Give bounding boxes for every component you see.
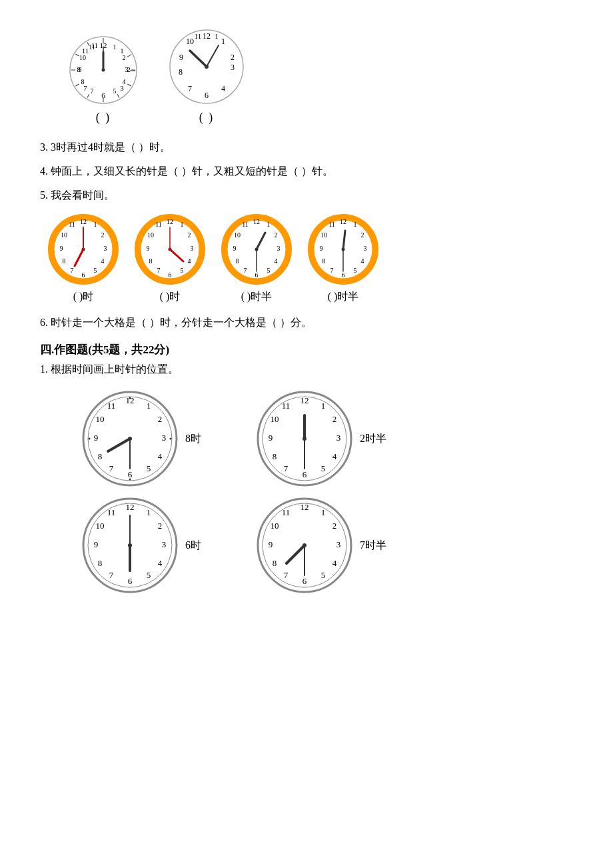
svg-text:1: 1 bbox=[354, 221, 357, 228]
svg-text:4: 4 bbox=[221, 84, 225, 93]
svg-text:11: 11 bbox=[107, 507, 116, 517]
section4-title: 四.作图题(共5题，共22分) bbox=[40, 342, 573, 357]
draw-clock-3-svg: 12 1 2 3 4 5 6 7 8 9 10 11 bbox=[80, 495, 180, 595]
svg-text:2: 2 bbox=[123, 54, 126, 61]
question-5: 5. 我会看时间。 bbox=[40, 185, 573, 206]
svg-text:2: 2 bbox=[275, 231, 278, 239]
svg-text:12: 12 bbox=[126, 395, 135, 405]
svg-text:12: 12 bbox=[203, 31, 211, 41]
svg-text:4: 4 bbox=[188, 257, 191, 265]
svg-text:6: 6 bbox=[303, 469, 307, 479]
svg-text:5: 5 bbox=[321, 570, 326, 580]
svg-text:9: 9 bbox=[60, 245, 63, 252]
svg-text:11: 11 bbox=[328, 221, 335, 228]
svg-text:5: 5 bbox=[354, 267, 357, 274]
svg-text:11: 11 bbox=[69, 221, 75, 228]
draw-clock-3: 12 1 2 3 4 5 6 7 8 9 10 11 6时 bbox=[80, 495, 201, 595]
svg-text:1: 1 bbox=[147, 401, 151, 411]
svg-text:1: 1 bbox=[321, 507, 326, 517]
svg-text:8: 8 bbox=[63, 257, 66, 265]
question-6: 6. 时针走一个大格是（ ）时，分针走一个大格是（ ）分。 bbox=[40, 316, 573, 330]
orange-clock-3-label: ( )时半 bbox=[241, 290, 273, 304]
svg-text:3: 3 bbox=[364, 245, 367, 252]
svg-text:11: 11 bbox=[195, 32, 202, 40]
question-6-section: 6. 时针走一个大格是（ ）时，分针走一个大格是（ ）分。 bbox=[40, 316, 573, 330]
draw-clocks-row1: 12 1 2 3 4 5 6 7 8 9 10 11 bbox=[80, 389, 573, 489]
draw-clock-4-svg: 12 1 2 3 4 5 6 7 8 9 10 11 bbox=[255, 495, 354, 595]
svg-text:2: 2 bbox=[101, 231, 105, 239]
svg-text:6: 6 bbox=[82, 271, 85, 279]
svg-text:1: 1 bbox=[113, 43, 117, 51]
svg-text:12: 12 bbox=[340, 218, 346, 225]
draw-clock-1: 12 1 2 3 4 5 6 7 8 9 10 11 bbox=[80, 389, 201, 489]
top-clock-2: 12 1 2 3 4 6 7 8 9 10 11 1 ( ) bbox=[167, 27, 247, 125]
draw-clock-1-svg: 12 1 2 3 4 5 6 7 8 9 10 11 bbox=[80, 389, 180, 489]
svg-text:6: 6 bbox=[342, 271, 345, 279]
svg-text:10: 10 bbox=[96, 414, 105, 424]
orange-clock-1-label: ( )时 bbox=[73, 290, 94, 304]
orange-clock-1: 12 1 2 3 4 5 6 7 8 9 10 11 ( )时 bbox=[47, 213, 120, 304]
svg-text:2: 2 bbox=[158, 414, 163, 424]
svg-text:1: 1 bbox=[94, 221, 97, 228]
svg-text:2: 2 bbox=[188, 231, 191, 239]
svg-text:11: 11 bbox=[155, 221, 162, 228]
orange-clock-2-label: ( )时 bbox=[160, 290, 181, 304]
questions-3-5: 3. 3时再过4时就是（ ）时。 4. 钟面上，又细又长的针是（ ）针，又粗又短… bbox=[40, 137, 573, 206]
svg-text:5: 5 bbox=[267, 267, 271, 274]
draw-clock-2-label: 2时半 bbox=[360, 432, 386, 446]
svg-text:1: 1 bbox=[321, 401, 326, 411]
svg-text:5: 5 bbox=[147, 570, 151, 580]
orange-clock-2-svg: 12 1 2 3 4 5 6 7 8 9 10 11 bbox=[133, 213, 207, 286]
svg-text:4: 4 bbox=[123, 78, 126, 85]
svg-text:1: 1 bbox=[147, 507, 151, 517]
top-clock-2-label: ( ) bbox=[199, 111, 215, 125]
orange-clock-4: 12 1 2 3 4 5 6 7 8 9 10 11 ( )时半 bbox=[306, 213, 380, 304]
svg-text:7: 7 bbox=[244, 267, 247, 274]
svg-text:7: 7 bbox=[109, 463, 114, 473]
svg-text:6: 6 bbox=[128, 469, 133, 479]
svg-text:7: 7 bbox=[71, 267, 74, 274]
orange-clock-1-svg: 12 1 2 3 4 5 6 7 8 9 10 11 bbox=[47, 213, 120, 286]
svg-text:6: 6 bbox=[169, 271, 172, 279]
svg-text:9: 9 bbox=[233, 245, 237, 252]
svg-text:6: 6 bbox=[101, 91, 105, 99]
top-clock-1-label: ( ) bbox=[96, 111, 111, 125]
orange-clock-4-svg: 12 1 2 3 4 5 6 7 8 9 10 11 bbox=[306, 213, 380, 286]
svg-text:3: 3 bbox=[336, 433, 341, 443]
draw-clock-1-label: 8时 bbox=[185, 432, 201, 446]
svg-text:9: 9 bbox=[179, 53, 183, 62]
svg-text:9: 9 bbox=[94, 539, 99, 549]
svg-text:12: 12 bbox=[253, 218, 260, 225]
draw-clock-4-label: 7时半 bbox=[360, 539, 386, 553]
svg-point-135 bbox=[129, 479, 131, 481]
svg-text:1: 1 bbox=[221, 37, 225, 46]
svg-text:10: 10 bbox=[186, 37, 194, 46]
svg-text:11: 11 bbox=[107, 401, 116, 411]
question-4: 4. 钟面上，又细又长的针是（ ）针，又粗又短的针是（ ）针。 bbox=[40, 161, 573, 182]
orange-clocks-row: 12 1 2 3 4 5 6 7 8 9 10 11 ( )时 bbox=[47, 213, 573, 304]
svg-text:2: 2 bbox=[332, 521, 337, 531]
svg-text:10: 10 bbox=[96, 521, 105, 531]
draw-clock-4: 12 1 2 3 4 5 6 7 8 9 10 11 7时半 bbox=[255, 495, 386, 595]
svg-text:11: 11 bbox=[89, 43, 95, 51]
svg-text:3: 3 bbox=[336, 539, 341, 549]
svg-text:1: 1 bbox=[181, 221, 184, 228]
svg-text:8: 8 bbox=[273, 558, 277, 568]
top-clocks-row: 12 1 2 3 6 7 8 11 11 1 2 3 4 5 11 10 9 8 bbox=[67, 27, 573, 125]
svg-text:11: 11 bbox=[282, 507, 291, 517]
svg-text:10: 10 bbox=[79, 54, 86, 61]
svg-text:5: 5 bbox=[94, 267, 97, 274]
svg-text:12: 12 bbox=[126, 502, 135, 512]
svg-text:10: 10 bbox=[320, 231, 327, 239]
svg-text:1: 1 bbox=[215, 32, 219, 40]
orange-clock-2: 12 1 2 3 4 5 6 7 8 9 10 11 ( )时 bbox=[133, 213, 207, 304]
svg-text:8: 8 bbox=[236, 257, 239, 265]
svg-text:7: 7 bbox=[109, 570, 114, 580]
svg-text:10: 10 bbox=[271, 521, 279, 531]
svg-text:5: 5 bbox=[181, 267, 184, 274]
svg-text:8: 8 bbox=[273, 451, 277, 461]
svg-text:9: 9 bbox=[79, 66, 82, 73]
svg-text:4: 4 bbox=[361, 257, 364, 265]
section4-title-section: 四.作图题(共5题，共22分) 1. 根据时间画上时针的位置。 bbox=[40, 342, 573, 377]
svg-text:7: 7 bbox=[91, 87, 94, 95]
